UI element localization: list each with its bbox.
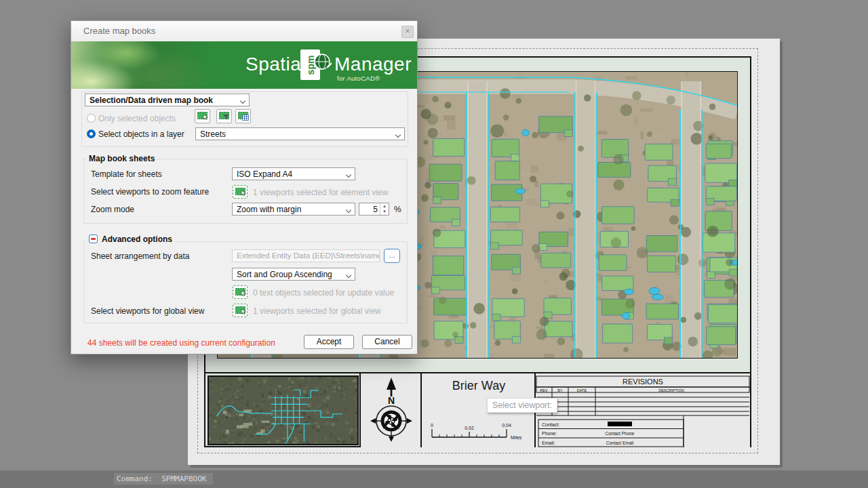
arrangement-label: Sheet arrangement by data <box>91 251 189 261</box>
chevron-down-icon <box>395 132 401 138</box>
global-view-status: 1 viewports selected for global view <box>253 306 381 316</box>
select-objects-button[interactable] <box>195 109 210 123</box>
map-book-mode-select[interactable]: Selection/Data driven map book <box>85 94 250 106</box>
cancel-button[interactable]: Cancel <box>362 335 412 349</box>
rev-col-by: BY <box>557 388 563 392</box>
create-map-books-dialog: Create map books × Spatial spm Manager f… <box>71 20 418 354</box>
arrow-up-icon: ▲ <box>380 203 389 209</box>
command-bar: Command: SPMMAPBOOK <box>0 470 868 488</box>
selection-marquee-cursor-icon <box>235 306 246 316</box>
phone-label: Phone: <box>542 431 557 436</box>
contact-label: Contact: <box>542 422 559 427</box>
scale-left: 0 <box>431 423 433 428</box>
dialog-title: Create map books <box>83 26 155 36</box>
filter-selection-button[interactable] <box>216 109 232 123</box>
table-selection-button[interactable] <box>235 109 251 123</box>
viewports-label: Select viewports to zoom feature <box>91 187 209 197</box>
update-status: 0 text objects selected for update value <box>253 288 394 298</box>
selection-marquee-table-icon <box>238 112 249 121</box>
zoom-mode-label: Zoom mode <box>91 205 134 214</box>
scale-right: 0.04 <box>502 423 511 428</box>
select-zoom-viewports-button[interactable] <box>233 185 248 199</box>
scale-mid: 0.02 <box>465 426 474 430</box>
north-arrow-cell: N <box>361 373 422 447</box>
select-viewport-tooltip: Select viewport: <box>487 398 557 413</box>
chevron-down-icon <box>346 272 351 278</box>
sheet-title: Brier Way <box>422 379 536 393</box>
north-arrow-icon: N <box>361 373 422 447</box>
scale-bar: 0 0.02 0.04 Miles <box>428 421 530 444</box>
sort-select[interactable]: Sort and Group Ascending <box>232 268 355 281</box>
chevron-down-icon <box>346 207 351 213</box>
template-select[interactable]: ISO Expand A4 <box>232 167 355 180</box>
revisions-table: REVISIONS REV BY DATE DESCRIPTION Contac… <box>536 373 750 447</box>
collapse-toggle-icon[interactable] <box>89 235 98 243</box>
selection-marquee-cursor-icon <box>197 112 208 121</box>
overview-map-cell <box>205 373 361 447</box>
accept-button[interactable]: Accept <box>304 335 354 349</box>
brand-spatial: Spatial <box>245 54 306 75</box>
command-text: Command: SPMMAPBOOK <box>114 473 213 485</box>
viewports-status: 1 viewports selected for element view <box>253 188 388 197</box>
chevron-down-icon <box>346 172 351 178</box>
overview-map-viewport[interactable] <box>208 375 359 445</box>
zoom-mode-select[interactable]: Zoom with margin <box>232 203 355 216</box>
zoom-margin-value: 5 <box>373 205 378 214</box>
selection-marquee-cursor-icon <box>235 188 246 197</box>
browse-button[interactable]: ... <box>384 249 400 263</box>
revisions-title: REVISIONS <box>623 378 663 386</box>
selection-marquee-filter-icon <box>219 112 230 121</box>
advanced-group-title: Advanced options <box>102 235 172 244</box>
percent-label: % <box>394 205 401 214</box>
zoom-margin-stepper[interactable]: 5 ▲▼ <box>359 203 389 216</box>
contact-value-redacted <box>608 422 632 426</box>
phone-value: Contact Phone <box>605 431 634 436</box>
autocad-workspace: N <box>0 0 868 488</box>
arrangement-field[interactable]: Extended Entity Data (EED)\Streets\name <box>232 249 380 262</box>
brand-manager: Manager <box>334 54 412 75</box>
overview-map-image <box>209 377 357 444</box>
sheet-count-status: 44 sheets will be created using current … <box>87 338 275 348</box>
only-selected-radio[interactable] <box>87 114 96 123</box>
scale-units: Miles <box>511 435 522 440</box>
title-block: N <box>205 372 750 446</box>
chevron-down-icon <box>240 98 245 104</box>
rev-col-desc: DESCRIPTION <box>658 388 684 392</box>
rev-col-rev: REV <box>540 388 548 392</box>
global-view-label: Select viewports for global view <box>91 306 204 316</box>
brand-banner: Spatial spm Manager for AutoCAD® <box>71 41 417 89</box>
dialog-titlebar[interactable]: Create map books × <box>71 21 417 41</box>
revisions-cell: REVISIONS REV BY DATE DESCRIPTION Contac… <box>536 373 750 447</box>
selection-marquee-cursor-icon <box>235 288 246 298</box>
advanced-legend: Advanced options <box>86 235 175 244</box>
select-global-viewports-button[interactable] <box>233 304 248 317</box>
arrow-down-icon: ▼ <box>380 209 389 214</box>
north-letter: N <box>388 395 395 406</box>
globe-pen-icon <box>313 53 332 72</box>
layer-radio[interactable] <box>87 129 96 138</box>
rev-col-date: DATE <box>577 388 587 392</box>
email-label: Email: <box>542 441 555 445</box>
stepper-arrows[interactable]: ▲▼ <box>380 203 389 215</box>
layer-radio-label: Select objects in a layer <box>98 129 184 139</box>
sheets-group-title: Map book sheets <box>86 154 157 163</box>
select-text-objects-button[interactable] <box>233 285 248 299</box>
only-selected-label: Only selected objects <box>98 114 176 123</box>
template-label: Template for sheets <box>91 169 162 179</box>
email-value: Contact Email <box>606 441 634 445</box>
layer-select[interactable]: Streets <box>195 127 405 140</box>
brand-subtitle: for AutoCAD® <box>337 75 380 82</box>
command-input[interactable]: Command: SPMMAPBOOK <box>114 473 213 485</box>
close-icon[interactable]: × <box>401 26 414 38</box>
